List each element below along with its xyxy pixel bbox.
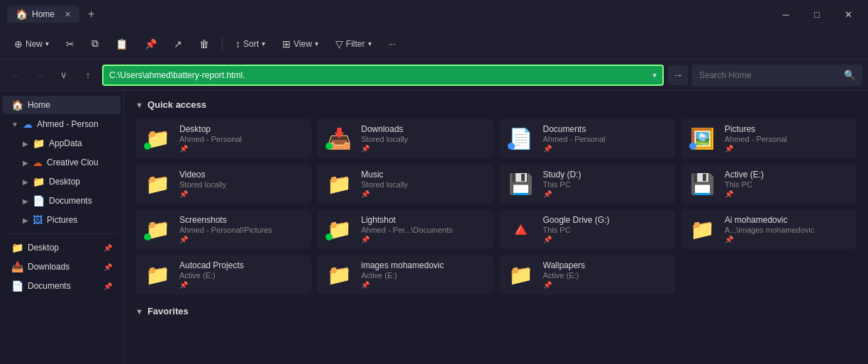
new-button[interactable]: ⊕ New ▾ [7, 35, 56, 53]
item-sub: Ahmed - Personal\Pictures [179, 226, 304, 234]
folder-icon-wrapper: 📄 [506, 126, 536, 151]
maximize-button[interactable]: □ [804, 5, 830, 23]
sidebar-item-pictures-label: Pictures [47, 215, 112, 225]
sort-button[interactable]: ↕ Sort ▾ [228, 35, 272, 53]
sidebar-item-pictures[interactable]: ▶ 🖼 Pictures [3, 211, 121, 229]
tab-close-button[interactable]: ✕ [65, 10, 71, 19]
delete-button[interactable]: 🗑 [192, 35, 216, 53]
favorites-header[interactable]: ▼ Favorites [135, 306, 857, 316]
sidebar-item-ahmed[interactable]: ▼ ☁ Ahmed - Person [3, 115, 121, 133]
cut-button[interactable]: ✂ [59, 35, 82, 53]
sidebar-item-documents2[interactable]: 📄 Documents 📌 [3, 277, 121, 295]
sidebar-item-downloads[interactable]: 📥 Downloads 📌 [3, 258, 121, 276]
section-chevron-icon: ▼ [135, 101, 143, 109]
item-name: Screenshots [179, 215, 304, 225]
address-bar-row: ← → ∨ ↑ ▾ → 🔍 [0, 60, 868, 91]
back-button[interactable]: ← [6, 65, 26, 85]
search-box[interactable]: 🔍 [692, 65, 862, 86]
grid-item[interactable]: 📥DownloadsStored locally📌 [317, 118, 493, 158]
copy-button[interactable]: ⧉ [84, 34, 106, 53]
recent-button[interactable]: ∨ [54, 65, 74, 85]
grid-item[interactable]: 💾Active (E:)This PC📌 [681, 164, 857, 204]
cloud-icon: ☁ [23, 118, 33, 130]
clipboard-button[interactable]: 📌 [138, 35, 164, 53]
grid-item[interactable]: 📄DocumentsAhmed - Personal📌 [499, 118, 675, 158]
toolbar-sep1 [222, 35, 223, 53]
share-button[interactable]: ↗ [167, 35, 189, 53]
item-sub: This PC [725, 180, 850, 189]
content-area: ▼ Quick access 📁DesktopAhmed - Personal📌… [124, 91, 868, 364]
item-pin-icon: 📌 [361, 281, 486, 289]
clipboard-icon: 📌 [145, 38, 157, 50]
item-sub: Stored locally [179, 180, 304, 189]
grid-item[interactable]: 💾Study (D:)This PC📌 [499, 164, 675, 204]
status-dot [689, 143, 696, 150]
minimize-button[interactable]: ─ [773, 5, 799, 23]
sidebar-item-appdata[interactable]: ▶ 📁 AppData [3, 134, 121, 153]
item-sub: Ahmed - Personal [543, 135, 668, 143]
folder-icon-wrapper: 💾 [506, 171, 536, 197]
grid-item[interactable]: 📁DesktopAhmed - Personal📌 [135, 118, 311, 158]
item-info: Ai mohamedovicA...\images mohamedovic📌 [725, 215, 850, 243]
grid-item[interactable]: 📁LightshotAhmed - Per...\Documents📌 [317, 209, 493, 249]
grid-item[interactable]: 📁images mohamedovicActive (E:)📌 [317, 255, 493, 294]
grid-item[interactable]: 📁VideosStored locally📌 [135, 164, 311, 204]
sidebar-item-creative-cloud-label: Creative Clou [47, 158, 112, 167]
folder-icon-wrapper: 📁 [143, 171, 172, 197]
sidebar-item-documents[interactable]: ▶ 📄 Documents [3, 192, 121, 210]
folder-icon-wrapper: 📁 [506, 262, 536, 287]
item-name: Documents [543, 124, 668, 134]
item-info: Study (D:)This PC📌 [543, 170, 668, 198]
view-button[interactable]: ⊞ View ▾ [275, 35, 326, 53]
sidebar-item-home[interactable]: 🏠 Home [3, 96, 121, 114]
view-icon: ⊞ [282, 38, 291, 50]
address-bar[interactable]: ▾ [102, 65, 664, 86]
item-name: images mohamedovic [361, 260, 486, 270]
grid-item[interactable]: 📁Ai mohamedovicA...\images mohamedovic📌 [681, 209, 857, 249]
expand-icon5: ▶ [23, 216, 28, 224]
downloads-icon: 📥 [11, 261, 23, 272]
item-pin-icon: 📌 [725, 145, 850, 153]
sidebar-item-desktop[interactable]: ▶ 📁 Desktop [3, 172, 121, 191]
new-icon: ⊕ [14, 38, 23, 50]
add-tab-button[interactable]: + [88, 8, 94, 21]
status-dot [508, 143, 515, 150]
pin-icon2: 📌 [104, 263, 112, 271]
favorites-chevron-icon: ▼ [135, 307, 143, 316]
address-input[interactable] [109, 70, 652, 80]
folder-icon-wrapper: 🖼️ [688, 126, 718, 151]
sidebar-item-desktop2[interactable]: 📁 Desktop 📌 [3, 238, 121, 257]
title-bar: 🏠 Home ✕ + ─ □ ✕ [0, 0, 868, 28]
up-button[interactable]: ↑ [78, 65, 98, 85]
more-button[interactable]: ··· [382, 35, 403, 53]
go-button[interactable]: → [668, 65, 688, 85]
status-dot [144, 143, 151, 150]
grid-item[interactable]: 📁WallpapersActive (E:)📌 [499, 255, 675, 294]
item-sub: Active (E:) [179, 271, 304, 280]
filter-button[interactable]: ▽ Filter ▾ [328, 35, 379, 53]
item-icon: 📁 [327, 172, 352, 196]
pin-icon: 📌 [104, 244, 112, 252]
grid-item[interactable]: 📁MusicStored locally📌 [317, 164, 493, 204]
sidebar-item-creative-cloud[interactable]: ▶ ☁ Creative Clou [3, 153, 121, 172]
close-button[interactable]: ✕ [835, 5, 861, 23]
grid-item[interactable]: 📁Autocad ProjectsActive (E:)📌 [135, 255, 311, 294]
forward-button[interactable]: → [30, 65, 50, 85]
copy-icon: ⧉ [91, 38, 99, 50]
tab-home[interactable]: 🏠 Home ✕ [7, 6, 79, 23]
paste-button[interactable]: 📋 [108, 35, 135, 53]
item-name: Pictures [725, 124, 850, 134]
grid-item[interactable]: 🖼️PicturesAhmed - Personal📌 [681, 118, 857, 158]
grid-item[interactable]: 🔺Google Drive (G:)This PC📌 [499, 209, 675, 249]
item-name: Google Drive (G:) [543, 215, 668, 225]
item-pin-icon: 📌 [543, 236, 668, 243]
quick-access-header[interactable]: ▼ Quick access [135, 99, 857, 110]
search-input[interactable] [699, 70, 840, 80]
item-icon: 📁 [508, 263, 533, 287]
paste-icon: 📋 [116, 38, 128, 50]
sort-icon: ↕ [235, 38, 240, 50]
address-chevron-icon[interactable]: ▾ [652, 70, 657, 80]
expand-icon: ▶ [23, 140, 28, 148]
grid-item[interactable]: 📁ScreenshotsAhmed - Personal\Pictures📌 [135, 209, 311, 249]
item-pin-icon: 📌 [179, 190, 304, 198]
